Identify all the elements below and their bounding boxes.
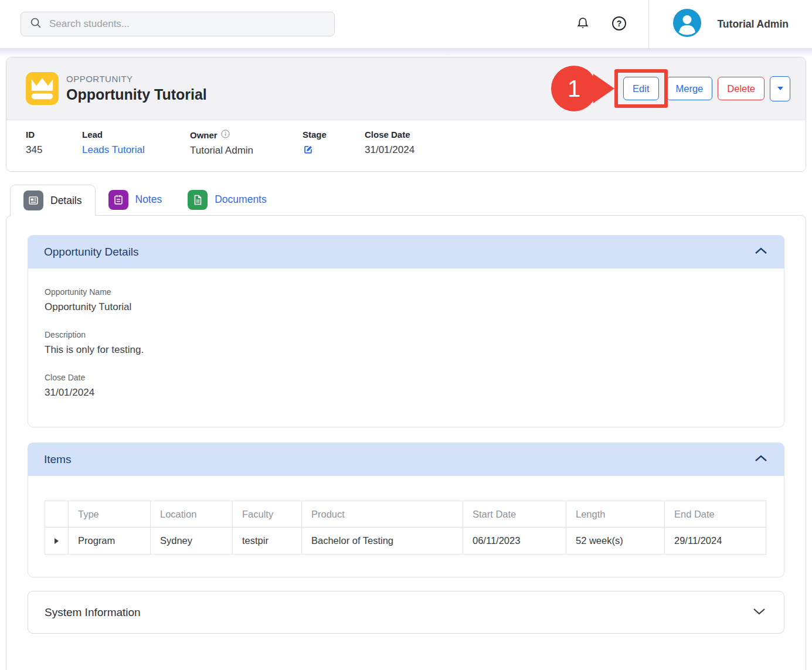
notifications-button[interactable]: [570, 11, 596, 37]
column-header-length[interactable]: Length: [566, 501, 665, 528]
edit-button[interactable]: Edit: [623, 77, 658, 100]
annotation-step-1: 1: [551, 66, 597, 111]
documents-tab-icon: [188, 190, 208, 210]
column-header-type[interactable]: Type: [69, 501, 151, 528]
expand-row-icon: [55, 538, 59, 544]
items-table-header-row: Type Location Faculty Product Start Date…: [45, 501, 766, 528]
tab-documents-label: Documents: [215, 193, 267, 206]
tab-documents[interactable]: Documents: [175, 184, 280, 215]
system-information-section[interactable]: System Information: [28, 591, 784, 634]
topbar-shadow: [0, 48, 812, 57]
column-header-end-date[interactable]: End Date: [665, 501, 766, 528]
top-bar: ? Tutorial Admin: [0, 0, 812, 48]
user-name: Tutorial Admin: [717, 18, 789, 30]
record-header-top: OPPORTUNITY Opportunity Tutorial 1 Edit …: [6, 57, 806, 120]
opportunity-crown-icon: [26, 72, 59, 105]
search-icon: [29, 16, 42, 32]
column-header-faculty[interactable]: Faculty: [233, 501, 302, 528]
items-body: Type Location Faculty Product Start Date…: [28, 476, 784, 577]
stage-label: Stage: [303, 130, 365, 140]
close-date-label: Close Date: [365, 130, 415, 140]
cell-faculty: testpir: [233, 528, 302, 555]
system-information-title: System Information: [45, 606, 141, 619]
search-input[interactable]: [49, 18, 326, 30]
stage-edit[interactable]: [303, 144, 365, 158]
cell-location: Sydney: [151, 528, 233, 555]
bell-icon: [575, 16, 590, 33]
cell-type: Program: [69, 528, 151, 555]
page-title: Opportunity Tutorial: [66, 86, 207, 103]
tab-notes[interactable]: Notes: [96, 184, 175, 215]
lead-label: Lead: [82, 130, 190, 140]
id-label: ID: [26, 130, 82, 140]
opportunity-details-title: Opportunity Details: [44, 246, 139, 259]
topbar-divider: [648, 0, 649, 48]
annotation-arrow: [593, 74, 614, 103]
user-menu[interactable]: Tutorial Admin: [672, 8, 789, 40]
record-header-card: OPPORTUNITY Opportunity Tutorial 1 Edit …: [6, 57, 806, 172]
description-value: This is only for testing.: [45, 344, 767, 356]
expander-column-header: [45, 501, 69, 528]
close-date-value: 31/01/2024: [365, 144, 415, 156]
owner-label: Owner: [190, 130, 303, 140]
close-date-field-value: 31/01/2024: [45, 387, 767, 399]
items-table: Type Location Faculty Product Start Date…: [45, 501, 766, 555]
opportunity-details-header[interactable]: Opportunity Details: [28, 235, 784, 268]
opportunity-details-body: Opportunity Name Opportunity Tutorial De…: [28, 268, 784, 427]
svg-text:?: ?: [617, 19, 622, 28]
avatar: [672, 8, 702, 40]
opportunity-name-value: Opportunity Tutorial: [45, 301, 767, 313]
column-header-location[interactable]: Location: [151, 501, 233, 528]
merge-button[interactable]: Merge: [667, 77, 713, 100]
owner-value: Tutorial Admin: [190, 145, 303, 157]
lead-link[interactable]: Leads Tutorial: [82, 144, 145, 155]
chevron-down-icon: [777, 87, 783, 90]
cell-length: 52 week(s): [566, 528, 665, 555]
tab-notes-label: Notes: [135, 193, 162, 206]
cell-start-date: 06/11/2023: [463, 528, 566, 555]
cell-product: Bachelor of Testing: [302, 528, 463, 555]
record-summary-row: ID 345 Lead Leads Tutorial Owner Tutoria…: [6, 120, 806, 171]
tab-details[interactable]: Details: [10, 185, 96, 216]
chevron-down-icon[interactable]: [752, 607, 766, 618]
header-actions: 1 Edit Merge Delete: [551, 66, 790, 111]
items-section: Items Type Location Faculty: [28, 443, 784, 577]
annotation-highlight-box: Edit: [614, 69, 667, 108]
opportunity-details-section: Opportunity Details Opportunity Name Opp…: [28, 235, 784, 427]
column-header-start-date[interactable]: Start Date: [463, 501, 566, 528]
column-header-product[interactable]: Product: [302, 501, 463, 528]
items-title: Items: [44, 453, 71, 466]
info-icon: [221, 130, 230, 140]
chevron-up-icon[interactable]: [754, 247, 768, 257]
details-tab-icon: [23, 191, 43, 210]
record-tabs: Details Notes Documents: [10, 183, 812, 215]
entity-label: OPPORTUNITY: [66, 74, 207, 84]
id-value: 345: [26, 144, 82, 156]
help-icon: ?: [611, 15, 627, 33]
delete-button[interactable]: Delete: [718, 77, 765, 100]
more-actions-button[interactable]: [770, 76, 790, 101]
items-header[interactable]: Items: [28, 443, 784, 476]
details-tab-panel: Opportunity Details Opportunity Name Opp…: [6, 215, 806, 670]
table-row: Program Sydney testpir Bachelor of Testi…: [45, 528, 766, 555]
tab-details-label: Details: [50, 195, 82, 207]
opportunity-name-label: Opportunity Name: [45, 287, 767, 297]
close-date-field-label: Close Date: [45, 373, 767, 382]
notes-tab-icon: [108, 190, 128, 210]
cell-end-date: 29/11/2024: [665, 528, 766, 555]
row-expander[interactable]: [45, 528, 69, 555]
description-label: Description: [45, 330, 767, 339]
edit-stage-icon: [303, 147, 314, 158]
help-button[interactable]: ?: [606, 11, 632, 37]
chevron-up-icon[interactable]: [754, 454, 768, 465]
global-search[interactable]: [21, 12, 335, 36]
annotation-number: 1: [551, 66, 597, 111]
